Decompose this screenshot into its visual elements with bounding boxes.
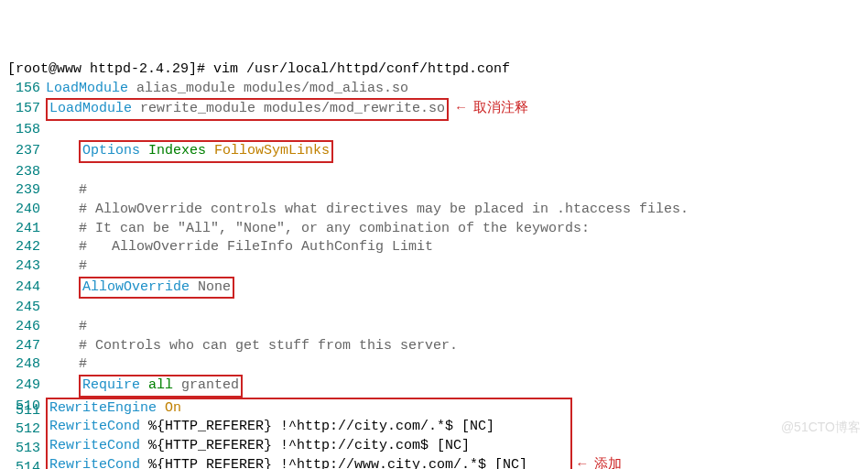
highlight-box: Options Indexes FollowSymLinks [79, 140, 333, 163]
line-number: 240 [7, 201, 40, 220]
line-number: 158 [7, 121, 40, 140]
value: all [148, 377, 173, 393]
value: None [198, 279, 231, 295]
line-number: 248 [7, 355, 40, 375]
line-number: 156 [7, 80, 40, 99]
line-number: 246 [7, 318, 40, 337]
line-number: 514 [7, 459, 40, 469]
line-number: 239 [7, 181, 40, 201]
rewrite-args: %{HTTP_REFERER} !^http://www.city.com/.*… [148, 457, 527, 469]
annotation-add: ← 添加 [578, 456, 622, 469]
line-number: 238 [7, 163, 40, 182]
comment: # AllowOverride FileInfo AuthConfig Limi… [79, 239, 433, 255]
shell-prompt: [root@www httpd-2.4.29]# vim /usr/local/… [7, 61, 510, 77]
annotation-uncomment: ← 取消注释 [457, 101, 528, 116]
highlight-box: Require all granted [79, 375, 243, 398]
directive: RewriteCond [49, 438, 140, 453]
line-number: 237 [7, 142, 40, 161]
rewrite-args: %{HTTP_REFERER} !^http://city.com/.*$ [N… [148, 419, 494, 434]
value: On [165, 400, 181, 416]
directive: RewriteCond [49, 419, 140, 434]
watermark: @51CTO博客 [781, 419, 861, 436]
directive: LoadModule [46, 81, 128, 96]
line-number: 241 [7, 220, 40, 239]
terminal-output: [root@www httpd-2.4.29]# vim /usr/local/… [7, 41, 861, 469]
option: FollowSymLinks [214, 143, 330, 158]
line-number: 157 [7, 100, 40, 119]
highlight-box: AllowOverride None [79, 277, 234, 300]
highlight-box-multiline: RewriteEngine On RewriteCond %{HTTP_REFE… [46, 398, 572, 469]
rewrite-args: %{HTTP_REFERER} !^http://city.com$ [NC] [148, 438, 470, 453]
line-number: 512 [7, 420, 40, 440]
comment: # AllowOverride controls what directives… [79, 202, 689, 217]
comment: # It can be "All", "None", or any combin… [79, 221, 590, 236]
highlight-box: LoadModule rewrite_module modules/mod_re… [46, 98, 449, 121]
line-number: 245 [7, 299, 40, 318]
directive: Options [82, 143, 140, 158]
directive: AllowOverride [82, 279, 190, 295]
line-number: 242 [7, 238, 40, 257]
directive: Require [82, 377, 140, 393]
line-number: 511 [7, 402, 40, 421]
line-number: 513 [7, 440, 40, 459]
comment: # [79, 258, 87, 274]
comment: # [79, 182, 87, 198]
comment: # [79, 356, 87, 372]
line-number: 249 [7, 376, 40, 396]
comment: # [79, 319, 87, 334]
line-number: 243 [7, 257, 40, 277]
value: granted [181, 377, 239, 393]
directive: RewriteCond [49, 457, 140, 469]
line-number: 244 [7, 278, 40, 298]
directive-args: rewrite_module modules/mod_rewrite.so [140, 101, 445, 116]
comment: # Controls who can get stuff from this s… [79, 338, 458, 354]
directive: RewriteEngine [49, 400, 157, 416]
directive-args: alias_module modules/mod_alias.so [136, 81, 408, 96]
option: Indexes [148, 143, 206, 158]
line-number: 247 [7, 337, 40, 356]
directive: LoadModule [49, 101, 132, 116]
